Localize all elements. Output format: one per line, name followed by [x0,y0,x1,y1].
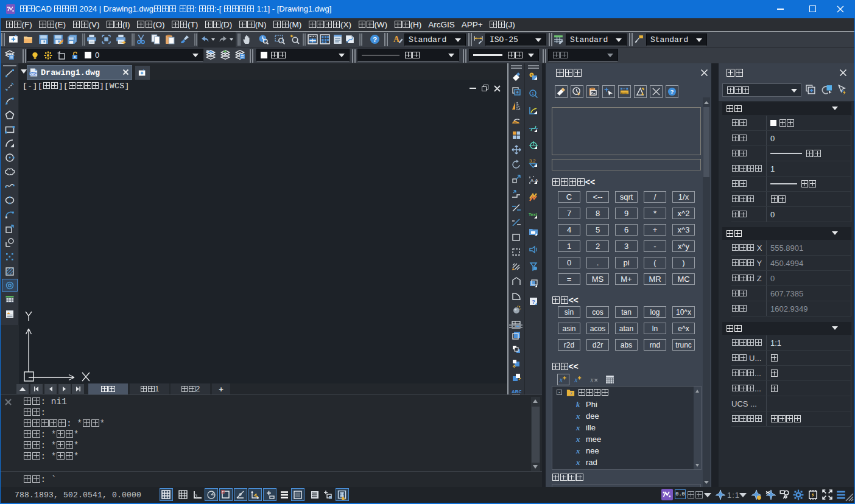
svg-text:A: A [393,35,399,44]
svg-text:DWG: DWG [29,72,37,75]
svg-text:x: x [569,390,572,396]
svg-text:?: ? [373,35,377,43]
svg-text:?: ? [670,88,674,95]
svg-text:3.2: 3.2 [529,158,535,164]
svg-text:?: ? [532,299,535,305]
svg-text:x: x [559,376,563,384]
svg-text:x: x [589,376,594,384]
svg-text:Text: Text [529,212,538,217]
svg-text:1: 1 [532,91,535,96]
svg-text:ABC: ABC [512,389,521,394]
svg-text:x: x [574,376,578,384]
